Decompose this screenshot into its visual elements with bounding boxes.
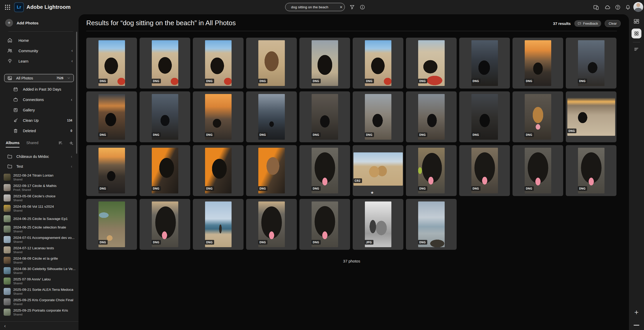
sort-albums-icon[interactable]: [58, 141, 63, 146]
chevron-left-icon[interactable]: ‹: [71, 97, 72, 102]
file-type-badge: DNG: [152, 79, 161, 83]
app-launcher-icon[interactable]: [4, 0, 11, 14]
photo-cell[interactable]: DNG ★: [193, 145, 244, 196]
photo-cell[interactable]: DNG ★: [353, 91, 403, 142]
chevron-left-icon[interactable]: ‹: [71, 164, 72, 169]
add-album-icon[interactable]: [69, 141, 74, 146]
photo-cell[interactable]: DNG ★: [86, 91, 137, 142]
chevron-left-icon[interactable]: ‹: [71, 154, 72, 159]
photo-cell[interactable]: DNG ★: [193, 38, 244, 89]
folder-item[interactable]: Test ‹: [0, 161, 78, 171]
photo-cell[interactable]: DNG ★: [512, 38, 563, 89]
devices-icon[interactable]: [593, 0, 599, 14]
album-item[interactable]: 2024-08-30 Celebrity Silhouette Le Ve...…: [0, 265, 78, 276]
photo-cell[interactable]: JPG ★: [353, 199, 403, 250]
album-item[interactable]: 2025-09-25 Portraits corporate Kris Shar…: [0, 307, 78, 317]
album-item[interactable]: 2024-05-08 Vol 111 v2024 Shared: [0, 203, 78, 213]
album-item[interactable]: 2025 07 09 Anniv' Lalou Shared: [0, 276, 78, 286]
grid-view-button-active[interactable]: [629, 29, 644, 38]
photo-cell[interactable]: DNG ★: [86, 145, 137, 196]
search-clear-icon[interactable]: ✕: [340, 5, 343, 9]
photo-cell[interactable]: DNG ★: [459, 38, 510, 89]
sidebar-item-all-photos[interactable]: All Photos 7526: [4, 74, 74, 82]
album-subtitle: Proof, Shared: [13, 188, 57, 191]
sidebar-item-learn[interactable]: Learn ‹: [0, 56, 78, 66]
photo-cell[interactable]: DNG ★: [140, 145, 190, 196]
sidebar-item-deleted[interactable]: Deleted 0: [0, 126, 78, 136]
collapse-sidebar-icon[interactable]: ‹: [4, 323, 6, 329]
notifications-icon[interactable]: [625, 0, 631, 14]
sidebar-item-community[interactable]: Community ‹: [0, 45, 78, 56]
photo-cell[interactable]: DNG ★: [353, 38, 403, 89]
photo-cell[interactable]: DNG ★: [566, 91, 616, 142]
photo-cell[interactable]: DNG ★: [193, 199, 244, 250]
lightroom-logo[interactable]: Lr: [14, 2, 24, 12]
photo-cell[interactable]: DNG ★: [86, 199, 137, 250]
photo-cell[interactable]: DNG ★: [246, 38, 297, 89]
folder-list: Châteaux du Médoc ‹ Test ‹: [0, 152, 78, 171]
album-item[interactable]: 2024-08-09 Cécile et la grille Shared: [0, 255, 78, 265]
photo-cell[interactable]: DNG ★: [299, 38, 350, 89]
photo-cell[interactable]: DNG ★: [140, 199, 190, 250]
photo-cell[interactable]: DNG ★: [140, 38, 190, 89]
photo-cell[interactable]: DNG ★: [512, 91, 563, 142]
photo-cell[interactable]: DNG ★: [140, 91, 190, 142]
tab-shared[interactable]: Shared: [26, 141, 38, 147]
album-item[interactable]: 2022-09-17 Cécile & Mathis Proof, Shared: [0, 182, 78, 193]
album-item[interactable]: 2024-06-25 Cécile sélection finale Share…: [0, 224, 78, 234]
album-item[interactable]: 2022-08-24 Titrain Lontan Shared: [0, 172, 78, 182]
search-bar[interactable]: ✕: [285, 3, 345, 11]
sidebar-item-gallery[interactable]: Gallery: [0, 105, 78, 115]
photo-cell[interactable]: DNG ★: [512, 145, 563, 196]
photo-cell[interactable]: DNG ★: [406, 38, 457, 89]
zoom-out-button[interactable]: [629, 322, 644, 326]
photo-cell[interactable]: DNG ★: [86, 38, 137, 89]
tab-albums[interactable]: Albums: [6, 141, 19, 147]
mosaic-view-icon[interactable]: [629, 18, 644, 24]
album-item[interactable]: 2025-09-21 Sortie ALEA Terra Medoca Shar…: [0, 286, 78, 297]
photo-cell[interactable]: DNG ★: [193, 91, 244, 142]
zoom-in-button[interactable]: +: [629, 308, 644, 316]
album-item[interactable]: 2024-06-25 Cécile la Sauvage Ep1: [0, 213, 78, 224]
photo-cell[interactable]: DNG ★: [299, 145, 350, 196]
photo-cell[interactable]: DNG ★: [246, 91, 297, 142]
album-item[interactable]: 2024-07-01 Accompagnement des vo... Shar…: [0, 234, 78, 245]
album-item[interactable]: 2023-05-08 Cécile's choice Shared: [0, 193, 78, 203]
grid-view-icon: [634, 31, 639, 36]
search-input[interactable]: [291, 5, 338, 9]
chevron-left-icon[interactable]: ‹: [71, 59, 73, 63]
photo-cell[interactable]: DNG ★: [566, 38, 616, 89]
filter-icon[interactable]: [349, 0, 355, 14]
album-item[interactable]: 2024-07-12 Lacanau tests Shared: [0, 245, 78, 255]
sidebar-item-home[interactable]: Home: [0, 35, 78, 45]
help-icon[interactable]: [615, 0, 621, 14]
detail-view-icon[interactable]: [629, 46, 644, 52]
photo-cell[interactable]: DNG ★: [299, 91, 350, 142]
photo-cell[interactable]: CR2 ★: [353, 145, 403, 196]
clear-button[interactable]: Clear: [605, 20, 621, 27]
photo-cell[interactable]: DNG ★: [459, 91, 510, 142]
add-photos-button[interactable]: + Add Photos: [0, 14, 78, 31]
photo-cell[interactable]: DNG ★: [406, 199, 457, 250]
chevron-down-icon[interactable]: [67, 76, 70, 80]
sidebar-item-added-past-30-days[interactable]: Added in Past 30 Days: [0, 84, 78, 95]
photo-cell[interactable]: DNG ★: [299, 199, 350, 250]
photo-cell[interactable]: DNG ★: [246, 145, 297, 196]
avatar[interactable]: [633, 2, 643, 12]
photo-cell[interactable]: DNG ★: [406, 145, 457, 196]
folder-item[interactable]: Châteaux du Médoc ‹: [0, 152, 78, 161]
cloud-icon[interactable]: [604, 0, 611, 14]
file-type-badge: DNG: [258, 186, 268, 191]
photo-cell[interactable]: DNG ★: [566, 145, 616, 196]
photo-cell[interactable]: DNG ★: [459, 145, 510, 196]
sidebar-scrollbar[interactable]: [76, 32, 77, 154]
feedback-button[interactable]: Feedback: [574, 20, 601, 27]
sidebar-item-connections[interactable]: Connections ‹: [0, 95, 78, 105]
info-icon[interactable]: [360, 0, 365, 14]
album-item[interactable]: 2025-09-25 Kris Corporate Choix Final Sh…: [0, 297, 78, 307]
file-type-badge: DNG: [578, 79, 587, 83]
chevron-left-icon[interactable]: ‹: [71, 48, 73, 53]
sidebar-item-clean-up[interactable]: Clean Up 134: [0, 115, 78, 126]
photo-cell[interactable]: DNG ★: [406, 91, 457, 142]
photo-cell[interactable]: DNG ★: [246, 199, 297, 250]
